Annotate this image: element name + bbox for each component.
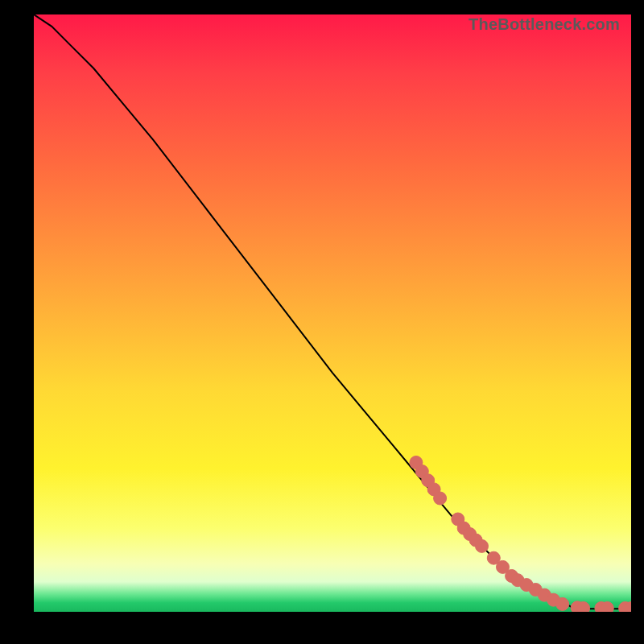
data-points [410,456,631,613]
plot-area: TheBottleneck.com [34,14,631,612]
data-point [434,492,447,505]
data-point [556,597,569,610]
data-point [577,602,590,613]
main-curve [34,14,631,609]
data-point [476,539,489,552]
chart-frame: TheBottleneck.com [0,0,644,644]
data-point [601,602,613,613]
chart-svg [34,14,631,612]
